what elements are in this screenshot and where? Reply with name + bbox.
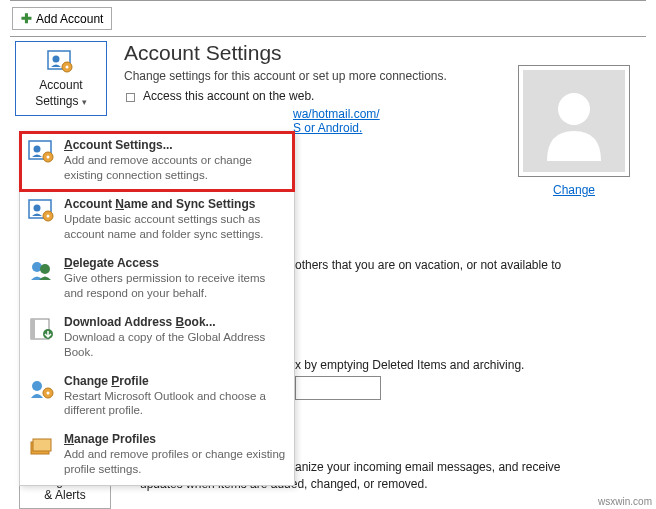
add-account-button[interactable]: ✚ Add Account (12, 7, 112, 30)
mobile-link[interactable]: S or Android. (293, 121, 362, 135)
plus-icon: ✚ (21, 11, 32, 26)
menu-account-settings[interactable]: Account Settings... Add and remove accou… (20, 132, 294, 191)
account-settings-icon (47, 48, 75, 76)
page-subtitle: Change settings for this account or set … (124, 69, 496, 83)
bullet-text: Access this account on the web. (143, 89, 314, 103)
page-title: Account Settings (124, 41, 496, 65)
person-placeholder-icon (539, 81, 609, 161)
svg-point-4 (558, 93, 590, 125)
menu-title: Account Settings... (64, 138, 286, 152)
add-account-label: Add Account (36, 12, 103, 26)
account-photo (518, 65, 630, 177)
bullet-icon (126, 93, 135, 102)
account-settings-item-icon (28, 138, 56, 166)
svg-point-3 (66, 66, 69, 69)
chevron-down-icon: ▾ (82, 97, 87, 107)
change-photo-link[interactable]: Change (553, 183, 595, 197)
account-settings-button[interactable]: Account Settings ▾ (15, 41, 107, 116)
svg-point-8 (47, 156, 50, 159)
account-settings-menu: Account Settings... Add and remove accou… (19, 131, 295, 197)
menu-name-sync[interactable]: Account Name and Sync Settings Update ba… (20, 191, 294, 197)
svg-point-6 (34, 146, 41, 153)
menu-sub: Add and remove accounts or change existi… (64, 153, 286, 183)
owa-link[interactable]: wa/hotmail.com/ (293, 107, 380, 121)
svg-point-1 (53, 56, 60, 63)
